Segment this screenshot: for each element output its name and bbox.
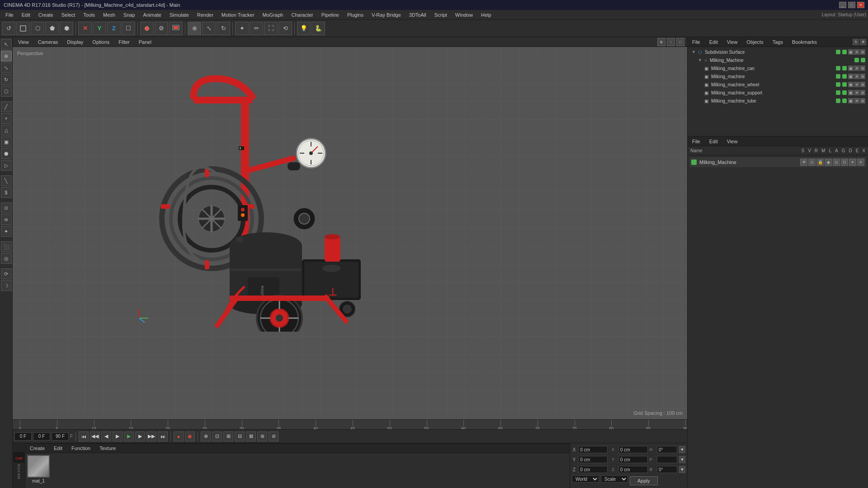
keyframe-btn5[interactable]: ⊠ [246,432,256,441]
om-vis-dot7[interactable] [836,99,840,103]
left-tool-10[interactable]: ≋ [1,214,12,225]
menu-vray-bridge[interactable]: V-Ray Bridge [368,11,405,19]
jump-start-button[interactable]: ⏮ [79,432,89,441]
current-frame-input[interactable] [33,432,50,441]
am-icon-vis[interactable]: 👁 [800,159,807,166]
am-icon-lock[interactable]: 🔒 [816,159,824,166]
vp-nav-btn1[interactable]: ⊕ [657,38,665,46]
coord-y-pos[interactable] [578,456,608,463]
coord-z-pos[interactable] [578,466,608,473]
om-row-wheel[interactable]: ▣ Milking_machine_wheel ▣ ✦ ⊞ [689,80,867,89]
om-render-dot2[interactable] [861,58,865,62]
left-tool-object[interactable]: ⬡ [1,86,12,97]
coord-z-arrow[interactable]: ▼ [679,466,685,473]
vp-menu-display[interactable]: Display [64,38,86,46]
am-icon-g[interactable]: G [833,159,840,166]
maximize-button[interactable]: □ [848,2,855,8]
menu-snap[interactable]: Snap [120,11,139,19]
keyframe-btn1[interactable]: ⊕ [201,432,211,441]
expand-icon2[interactable]: ▼ [698,58,702,62]
menu-plugins[interactable]: Plugins [344,11,367,19]
keyframe-btn4[interactable]: ⊟ [235,432,245,441]
play-forward-button[interactable]: ▶ [124,432,134,441]
om-render-dot5[interactable] [842,82,847,87]
mat-menu-texture[interactable]: Texture [97,445,118,452]
material-item[interactable]: mat_1 [27,455,50,483]
om-row-milking-machine-null[interactable]: ▼ ○ Milking_Machine [689,56,867,64]
am-icon-x[interactable]: ✕ [857,159,864,166]
coord-b-val[interactable] [657,466,677,473]
tool-x[interactable]: ✕ [78,22,92,35]
tool-select[interactable]: ⛶ [264,22,278,35]
am-file[interactable]: File [689,138,703,145]
timeline-track[interactable]: 051015202530354045505560657075808590 [13,420,687,429]
om-vis-dot[interactable] [836,50,840,54]
vp-menu-panel[interactable]: Panel [136,38,154,46]
keyframe-btn2[interactable]: ⊡ [212,432,222,441]
left-tool-12[interactable]: ⬛ [1,241,12,252]
coord-world-mode[interactable]: World Local [572,475,599,483]
left-tool-4[interactable]: ▣ [1,136,12,147]
coord-p-val[interactable] [657,456,677,463]
left-tool-11[interactable]: ✦ [1,226,12,237]
tool-z[interactable]: Z [107,22,121,35]
timeline-ruler[interactable]: 051015202530354045505560657075808590 [13,419,687,429]
coord-z-rot[interactable] [618,466,648,473]
am-view[interactable]: View [724,138,741,145]
tool-pen[interactable]: ✏ [250,22,263,35]
om-vis-dot3[interactable] [836,66,840,70]
left-tool-select[interactable]: ↖ [1,39,12,50]
vp-nav-btn2[interactable]: ↑ [667,38,675,46]
menu-mograph[interactable]: MoGraph [259,11,287,19]
coord-x-rot[interactable] [618,446,648,453]
tool-move[interactable]: ⟲ [278,22,292,35]
left-tool-15[interactable]: ☽ [1,280,12,291]
tool-box[interactable]: ☐ [122,22,135,35]
vp-menu-options[interactable]: Options [90,38,112,46]
mat-menu-create[interactable]: Create [27,445,47,452]
vp-menu-filter[interactable]: Filter [116,38,132,46]
transform-pos[interactable]: ⊕ [188,22,201,35]
left-tool-7[interactable]: ╲ [1,175,12,186]
coord-x-pos[interactable] [578,446,608,453]
python-btn[interactable]: 🐍 [311,22,325,35]
coord-scale-mode[interactable]: Scale Size [601,475,628,483]
end-frame-input[interactable] [52,432,69,441]
menu-create[interactable]: Create [35,11,57,19]
om-file[interactable]: File [689,38,703,46]
prev-frame-button[interactable]: ◀ [101,432,111,441]
coord-x-arrow[interactable]: ▼ [679,446,685,453]
mode-model[interactable] [16,22,30,35]
record-button[interactable]: ● [174,432,184,441]
left-tool-6[interactable]: ▷ [1,160,12,171]
transform-rot[interactable]: ↻ [217,22,230,35]
om-render-dot3[interactable] [842,66,847,70]
am-edit[interactable]: Edit [707,138,721,145]
coord-h-val[interactable] [657,446,677,453]
render-settings[interactable]: ⚙ [155,22,168,35]
play-button[interactable]: ▶ [113,432,123,441]
om-render-dot4[interactable] [842,74,847,79]
am-icon-render[interactable]: ⊙ [808,159,816,166]
render-view[interactable] [140,22,154,35]
om-row-can[interactable]: ▣ Milking_machine_can ▣ ✦ ⊞ [689,64,867,72]
left-tool-3[interactable]: △ [1,125,12,136]
start-frame-input[interactable] [14,432,32,441]
mode-edge[interactable]: ⬟ [45,22,59,35]
om-icon2[interactable]: ⊕ [860,39,866,45]
om-objects[interactable]: Objects [744,38,766,46]
om-row-support[interactable]: ▣ Milking_machine_support ▣ ✦ ⊞ [689,89,867,97]
left-tool-13[interactable]: ◎ [1,253,12,264]
window-controls[interactable]: _ □ ✕ [839,2,864,8]
om-edit[interactable]: Edit [707,38,721,46]
am-icon-anim[interactable]: ◆ [825,159,832,166]
jump-end-button[interactable]: ⏭ [158,432,168,441]
menu-motion-tracker[interactable]: Motion Tracker [218,11,258,19]
render-all[interactable] [169,22,183,35]
tool-y[interactable]: Y [93,22,106,35]
left-tool-14[interactable]: ⟳ [1,268,12,279]
left-tool-8[interactable]: $ [1,187,12,198]
menu-render[interactable]: Render [193,11,217,19]
light-add[interactable]: 💡 [297,22,311,35]
left-tool-1[interactable]: ╱ [1,101,12,112]
